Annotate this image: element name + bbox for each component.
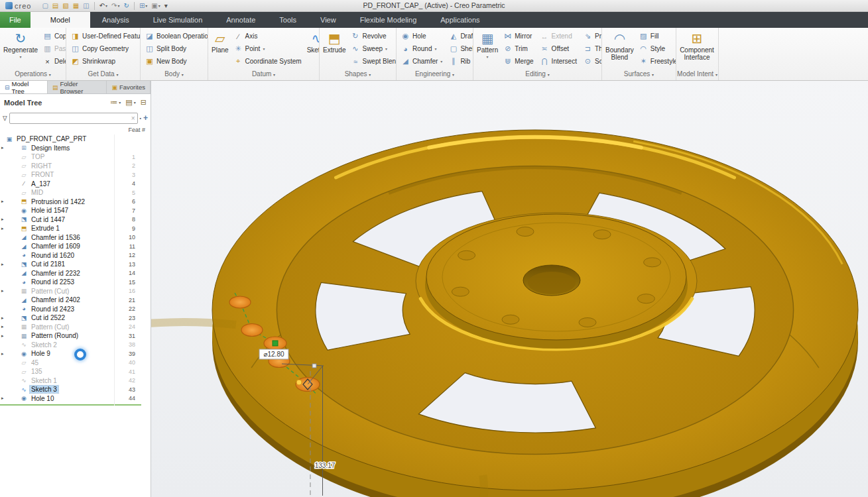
tree-row[interactable]: ◢Chamfer id 160911 [0,242,151,251]
pattern-drag-handle[interactable] [273,341,278,346]
button-component-interface[interactable]: ⊞Component Interface [680,30,714,61]
tab-model[interactable]: Model [31,12,90,28]
tree-search-input[interactable] [12,115,131,122]
hub-dimple-hole-2[interactable] [593,230,611,239]
undo-button[interactable]: ↶▾ [98,1,109,11]
tree-row[interactable]: ◢Chamfer id 240221 [0,296,151,305]
button-solidify[interactable]: ⊙Solidify [582,55,601,68]
button-copy-geometry[interactable]: ◫Copy Geometry [70,42,140,55]
expand-arrow-icon[interactable]: ▸ [1,288,4,294]
button-delete[interactable]: ×Delete▾ [42,55,66,68]
expand-arrow-icon[interactable]: ▸ [1,333,4,339]
open-backup-button[interactable]: ▧ [61,1,70,11]
button-shell[interactable]: ▢Shell [448,42,473,55]
button-coordinate-system[interactable]: ⌖Coordinate System [233,55,303,68]
tree-columns-button[interactable]: ⊟ [141,98,147,107]
button-intersect[interactable]: ⋂Intersect [539,55,578,68]
hub-dimple-hole-3[interactable] [517,227,534,237]
expand-arrow-icon[interactable]: ▸ [1,396,4,401]
customize-toolbar-button[interactable]: ▾ [163,1,169,11]
tree-row[interactable]: ▱RIGHT2 [0,162,151,171]
button-draft[interactable]: ◭Draft▾ [448,30,473,42]
button-round[interactable]: ◕Round▾ [400,42,444,55]
tree-row[interactable]: ▸⬒Extrude 19 [0,224,151,233]
button-sweep[interactable]: ∿Sweep▾ [349,42,396,55]
expand-arrow-icon[interactable]: ▸ [1,145,4,150]
ribbon-group-label[interactable]: Editing ▾ [473,69,601,80]
tree-row[interactable]: ◕Round id 242322 [0,305,151,314]
expand-arrow-icon[interactable]: ▸ [1,217,4,222]
tree-row[interactable]: ▱TOP1 [0,152,151,162]
expand-arrow-icon[interactable]: ▸ [1,351,4,357]
tree-row[interactable]: ◉Hole id 15477 [0,206,151,215]
tab-flexible-modeling[interactable]: Flexible Modeling [348,12,429,28]
ribbon-group-label[interactable]: Shapes ▾ [320,69,396,80]
tab-file[interactable]: File [0,12,31,28]
button-new-body[interactable]: ▣New Body [144,55,208,68]
tree-row[interactable]: ▸▦Pattern (Cut)16 [0,287,151,296]
button-thicken[interactable]: ⊐Thicken [582,42,601,55]
button-point[interactable]: ✳Point▾ [233,42,303,55]
tab-live-simulation[interactable]: Live Simulation [141,12,215,28]
close-window-button[interactable]: ▣▾ [150,1,161,11]
tab-tools[interactable]: Tools [267,12,308,28]
tree-row[interactable]: ▣PD_FRONT_CAP_PRT [0,135,151,144]
button-merge[interactable]: ⋓Merge [502,55,534,68]
button-offset[interactable]: ≍Offset [539,42,578,55]
regenerate-button[interactable]: ↻ [122,1,130,11]
panel-tab-favorites[interactable]: ▣Favorites [107,81,151,93]
dimension-value[interactable]: 133.17 [315,462,336,469]
tree-row[interactable]: ▸⬔Cut id 218113 [0,260,151,269]
tree-row[interactable]: ▱MID5 [0,188,151,197]
ribbon-group-label[interactable]: Engineering ▾ [397,69,473,80]
button-user-defined-feature[interactable]: ◨User-Defined Feature [70,30,140,42]
filter-funnel-icon[interactable]: ∇ [3,115,7,122]
button-pattern[interactable]: ▦Pattern▾ [477,30,498,61]
new-file-button[interactable]: ▢ [40,1,49,11]
sketch-point-marker[interactable] [296,380,302,385]
button-sketch[interactable]: ∿Sketch [307,30,319,54]
dimension-grip-handle[interactable] [312,364,316,368]
save-button[interactable]: ◫ [82,1,90,11]
button-plane[interactable]: ▱Plane [212,30,229,54]
tree-row[interactable]: ∿Sketch 343 [0,385,151,394]
insert-here-locator[interactable] [0,404,141,406]
bolt-hole-highlight-2[interactable] [241,324,263,337]
button-boolean-operations[interactable]: ◪Boolean Operations [144,30,208,42]
button-axis[interactable]: ∕Axis [233,30,303,42]
expand-arrow-icon[interactable]: ▸ [1,226,4,231]
expand-arrow-icon[interactable]: ▸ [1,315,4,321]
button-trim[interactable]: ⊘Trim [502,42,534,55]
button-style[interactable]: ◠Style [638,42,676,55]
button-extrude[interactable]: ⬒Extrude [323,30,345,54]
hub-dimple-hole-8[interactable] [637,294,654,304]
tree-row[interactable]: ∿Sketch 238 [0,341,151,350]
button-project[interactable]: ⇘Project [582,30,601,42]
tree-row[interactable]: ▸◉Hole 1044 [0,394,151,404]
tab-analysis[interactable]: Analysis [90,12,141,28]
button-revolve[interactable]: ↻Revolve [349,30,396,42]
hub-dimple-hole-4[interactable] [458,250,475,260]
tab-view[interactable]: View [308,12,348,28]
tree-row[interactable]: ∿Sketch 142 [0,376,151,386]
button-shrinkwrap[interactable]: ◩Shrinkwrap [70,55,140,68]
tree-row[interactable]: ▸⬔Cut id 14478 [0,215,151,225]
hub-dimple-hole-6[interactable] [502,315,519,324]
tree-row[interactable]: ∕A_1374 [0,180,151,189]
ribbon-group-label[interactable]: Model Intent ▾ [676,69,718,80]
tree-row[interactable]: ▱4540 [0,359,151,368]
bolt-hole-highlight-1[interactable] [229,296,251,308]
redo-button[interactable]: ↷▾ [110,1,121,11]
button-swept-blend[interactable]: ≈Swept Blend [349,55,396,68]
search-add-icon[interactable]: + [143,113,148,123]
button-regenerate[interactable]: ↻Regenerate▾ [3,30,38,61]
button-boundary-blend[interactable]: ◠Boundary Blend [605,30,634,61]
tab-applications[interactable]: Applications [428,12,491,28]
tree-filter-button[interactable]: ≔▾ [110,98,121,107]
expand-arrow-icon[interactable]: ▸ [1,324,4,329]
ribbon-group-label[interactable]: Surfaces ▾ [602,69,676,80]
open-file-button[interactable]: ▤ [51,1,60,11]
tree-row[interactable]: ◢Chamfer id 223214 [0,269,151,278]
expand-arrow-icon[interactable]: ▸ [1,262,4,267]
tree-row[interactable]: ▸▦Pattern (Round)31 [0,331,151,341]
